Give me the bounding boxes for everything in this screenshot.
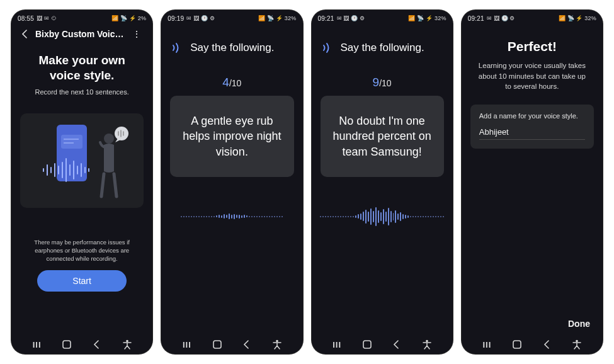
name-label: Add a name for your voice style.	[479, 112, 585, 120]
status-right-icons: 📶 📡 ⚡ 32%	[408, 15, 446, 21]
status-bar: 08:55 🖼 ✉ ⏲ 📶 📡 ⚡ 2%	[11, 10, 152, 25]
sentence-card: No doubt I'm one hundred percent on team…	[321, 96, 444, 177]
done-title: Perfect!	[470, 39, 594, 54]
status-bar: 09:21 ✉ 🖼 🕑 ⚙ 📶 📡 ⚡ 32%	[312, 10, 453, 25]
nav-accessibility-icon[interactable]	[268, 339, 287, 350]
record-title: Say the following.	[341, 42, 424, 54]
nav-accessibility-icon[interactable]	[118, 339, 137, 350]
nav-back-icon[interactable]	[88, 340, 106, 349]
svg-rect-26	[363, 341, 371, 348]
name-input[interactable]: Abhijeet	[479, 127, 585, 140]
nav-home-icon[interactable]	[508, 339, 526, 350]
intro-title: Make your own voice style.	[25, 53, 139, 83]
status-right-icons: 📶 📡 ⚡ 2%	[111, 15, 146, 21]
nav-recent-icon[interactable]: III	[178, 340, 196, 350]
nav-accessibility-icon[interactable]	[418, 339, 436, 350]
speaking-icon	[322, 42, 334, 54]
svg-rect-22	[63, 341, 71, 348]
status-right-icons: 📶 📡 ⚡ 32%	[258, 15, 296, 21]
start-button[interactable]: Start	[37, 270, 126, 292]
svg-point-18	[115, 127, 128, 140]
screen-intro: 08:55 🖼 ✉ ⏲ 📶 📡 ⚡ 2% Bixby Custom Voice …	[11, 10, 152, 354]
sentence-counter: 4/10	[170, 76, 293, 89]
back-icon[interactable]	[20, 29, 30, 39]
nav-accessibility-icon[interactable]	[567, 339, 586, 350]
svg-rect-28	[513, 341, 521, 348]
done-subtitle: Learning your voice usually takes about …	[477, 60, 588, 92]
screen-record-9: 09:21 ✉ 🖼 🕑 ⚙ 📶 📡 ⚡ 32% Say the followin…	[312, 10, 453, 354]
page-title: Bixby Custom Voice C…	[35, 29, 125, 39]
screen-record-4: 09:19 ✉ 🖼 🕑 ⚙ 📶 📡 ⚡ 32% Say the followin…	[161, 10, 302, 354]
nav-recent-icon[interactable]: III	[327, 340, 346, 350]
svg-point-27	[426, 340, 428, 343]
status-time: 09:19	[168, 15, 184, 22]
status-left-icons: ✉ 🖼 🕑 ⚙	[487, 15, 515, 21]
android-navbar: III	[11, 335, 152, 354]
speaking-icon	[171, 42, 184, 54]
status-right-icons: 📶 📡 ⚡ 32%	[559, 15, 596, 21]
counter-current: 9	[373, 76, 380, 89]
done-button[interactable]: Done	[568, 319, 590, 329]
counter-total: /10	[379, 78, 391, 88]
svg-rect-24	[213, 341, 221, 348]
svg-point-17	[104, 134, 114, 144]
status-time: 08:55	[18, 15, 34, 22]
nav-home-icon[interactable]	[57, 339, 76, 350]
status-bar: 09:19 ✉ 🖼 🕑 ⚙ 📶 📡 ⚡ 32%	[161, 10, 302, 25]
svg-rect-1	[61, 135, 82, 149]
nav-home-icon[interactable]	[358, 339, 377, 350]
nav-recent-icon[interactable]: III	[28, 340, 47, 350]
name-card: Add a name for your voice style. Abhijee…	[470, 105, 594, 149]
intro-illustration	[20, 113, 144, 208]
intro-subtitle: Record the next 10 sentences.	[20, 88, 144, 96]
svg-point-29	[576, 340, 579, 343]
more-menu-icon[interactable]: ⋮	[130, 29, 144, 39]
status-time: 09:21	[318, 15, 334, 22]
screen-done: 09:21 ✉ 🖼 🕑 ⚙ 📶 📡 ⚡ 32% Perfect! Learnin…	[462, 10, 603, 354]
nav-back-icon[interactable]	[538, 340, 557, 349]
counter-current: 4	[222, 76, 229, 89]
android-navbar: III	[312, 335, 453, 354]
svg-point-23	[126, 340, 128, 343]
status-left-icons: ✉ 🖼 🕑 ⚙	[337, 15, 365, 21]
android-navbar: III	[462, 335, 603, 354]
record-title: Say the following.	[190, 42, 274, 54]
sentence-counter: 9/10	[321, 76, 444, 89]
nav-home-icon[interactable]	[208, 339, 227, 350]
status-left-icons: ✉ 🖼 🕑 ⚙	[186, 15, 215, 21]
status-time: 09:21	[468, 15, 484, 22]
nav-back-icon[interactable]	[387, 340, 406, 349]
nav-back-icon[interactable]	[237, 340, 256, 349]
nav-recent-icon[interactable]: III	[477, 340, 496, 350]
svg-rect-0	[57, 125, 87, 181]
status-left-icons: 🖼 ✉ ⏲	[37, 15, 57, 21]
android-navbar: III	[161, 335, 302, 354]
svg-point-25	[276, 340, 278, 343]
counter-total: /10	[229, 78, 241, 88]
status-bar: 09:21 ✉ 🖼 🕑 ⚙ 📶 📡 ⚡ 32%	[462, 10, 603, 25]
waveform-large	[321, 205, 444, 229]
waveform-small	[170, 205, 293, 229]
intro-note: There may be performance issues if earph…	[24, 238, 140, 263]
sentence-card: A gentle eye rub helps improve night vis…	[170, 96, 293, 177]
